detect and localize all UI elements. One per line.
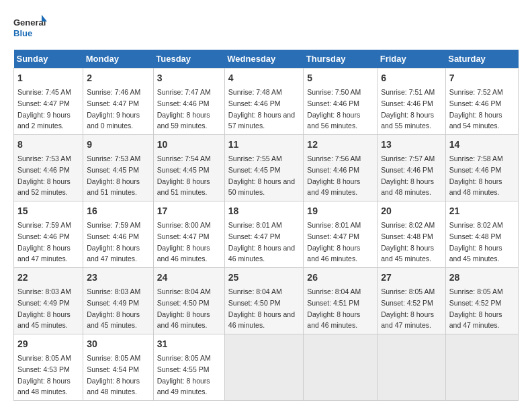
day-number: 7 [449,71,515,85]
day-header-saturday: Saturday [445,50,518,68]
cell-sunrise: Sunrise: 8:03 AMSunset: 4:49 PMDaylight:… [87,287,140,329]
cell-sunrise: Sunrise: 7:59 AMSunset: 4:46 PMDaylight:… [87,221,140,263]
day-number: 28 [449,271,515,285]
calendar-cell [224,334,304,401]
calendar-cell: 18 Sunrise: 8:01 AMSunset: 4:47 PMDaylig… [224,201,304,268]
day-number: 25 [228,271,300,285]
calendar-cell: 4 Sunrise: 7:48 AMSunset: 4:46 PMDayligh… [224,68,304,135]
calendar-cell: 28 Sunrise: 8:05 AMSunset: 4:52 PMDaylig… [445,268,518,334]
cell-sunrise: Sunrise: 7:56 AMSunset: 4:46 PMDaylight:… [307,154,361,196]
calendar-cell [445,334,518,401]
day-number: 24 [157,271,221,285]
day-number: 17 [157,204,221,218]
day-number: 29 [17,337,79,351]
calendar-cell: 23 Sunrise: 8:03 AMSunset: 4:49 PMDaylig… [83,268,154,334]
cell-sunrise: Sunrise: 7:58 AMSunset: 4:46 PMDaylight:… [449,154,503,196]
calendar-cell: 8 Sunrise: 7:53 AMSunset: 4:46 PMDayligh… [14,135,83,201]
cell-sunrise: Sunrise: 8:04 AMSunset: 4:51 PMDaylight:… [307,287,361,329]
cell-sunrise: Sunrise: 8:03 AMSunset: 4:49 PMDaylight:… [17,287,71,329]
cell-sunrise: Sunrise: 7:45 AMSunset: 4:47 PMDaylight:… [17,88,71,130]
day-header-sunday: Sunday [14,50,83,68]
day-number: 18 [228,204,300,218]
day-header-wednesday: Wednesday [224,50,304,68]
calendar-cell: 24 Sunrise: 8:04 AMSunset: 4:50 PMDaylig… [153,268,224,334]
day-number: 22 [17,271,79,285]
calendar-table: SundayMondayTuesdayWednesdayThursdayFrid… [13,50,519,401]
cell-sunrise: Sunrise: 7:53 AMSunset: 4:46 PMDaylight:… [17,154,71,196]
cell-sunrise: Sunrise: 8:05 AMSunset: 4:52 PMDaylight:… [381,287,435,329]
cell-sunrise: Sunrise: 8:02 AMSunset: 4:48 PMDaylight:… [449,221,503,263]
day-number: 19 [307,204,373,218]
calendar-cell: 27 Sunrise: 8:05 AMSunset: 4:52 PMDaylig… [378,268,446,334]
calendar-cell: 3 Sunrise: 7:47 AMSunset: 4:46 PMDayligh… [153,68,224,135]
calendar-cell: 15 Sunrise: 7:59 AMSunset: 4:46 PMDaylig… [14,201,83,268]
cell-sunrise: Sunrise: 7:51 AMSunset: 4:46 PMDaylight:… [381,88,435,130]
day-number: 10 [157,138,221,152]
header: General Blue [13,13,519,43]
cell-sunrise: Sunrise: 8:04 AMSunset: 4:50 PMDaylight:… [228,287,295,329]
calendar-cell: 1 Sunrise: 7:45 AMSunset: 4:47 PMDayligh… [14,68,83,135]
day-number: 11 [228,138,300,152]
day-number: 9 [87,138,150,152]
day-number: 3 [157,71,221,85]
day-number: 14 [449,138,515,152]
cell-sunrise: Sunrise: 8:02 AMSunset: 4:48 PMDaylight:… [381,221,435,263]
cell-sunrise: Sunrise: 7:54 AMSunset: 4:45 PMDaylight:… [157,154,211,196]
cell-sunrise: Sunrise: 8:05 AMSunset: 4:55 PMDaylight:… [157,354,211,396]
calendar-cell: 5 Sunrise: 7:50 AMSunset: 4:46 PMDayligh… [304,68,378,135]
day-number: 23 [87,271,150,285]
day-number: 8 [17,138,79,152]
calendar-cell: 17 Sunrise: 8:00 AMSunset: 4:47 PMDaylig… [153,201,224,268]
cell-sunrise: Sunrise: 8:00 AMSunset: 4:47 PMDaylight:… [157,221,211,263]
cell-sunrise: Sunrise: 7:46 AMSunset: 4:47 PMDaylight:… [87,88,140,130]
calendar-cell: 9 Sunrise: 7:53 AMSunset: 4:45 PMDayligh… [83,135,154,201]
day-number: 5 [307,71,373,85]
calendar-cell: 10 Sunrise: 7:54 AMSunset: 4:45 PMDaylig… [153,135,224,201]
week-row-3: 15 Sunrise: 7:59 AMSunset: 4:46 PMDaylig… [14,201,519,268]
day-header-friday: Friday [378,50,446,68]
calendar-cell [378,334,446,401]
cell-sunrise: Sunrise: 8:01 AMSunset: 4:47 PMDaylight:… [307,221,361,263]
cell-sunrise: Sunrise: 7:48 AMSunset: 4:46 PMDaylight:… [228,88,295,130]
cell-sunrise: Sunrise: 8:01 AMSunset: 4:47 PMDaylight:… [228,221,295,263]
day-number: 30 [87,337,150,351]
cell-sunrise: Sunrise: 8:05 AMSunset: 4:52 PMDaylight:… [449,287,503,329]
day-header-thursday: Thursday [304,50,378,68]
cell-sunrise: Sunrise: 8:05 AMSunset: 4:54 PMDaylight:… [87,354,140,396]
day-number: 27 [381,271,442,285]
day-number: 20 [381,204,442,218]
cell-sunrise: Sunrise: 7:50 AMSunset: 4:46 PMDaylight:… [307,88,361,130]
calendar-cell: 2 Sunrise: 7:46 AMSunset: 4:47 PMDayligh… [83,68,154,135]
calendar-cell: 11 Sunrise: 7:55 AMSunset: 4:45 PMDaylig… [224,135,304,201]
svg-text:Blue: Blue [13,28,32,38]
day-number: 4 [228,71,300,85]
calendar-cell [304,334,378,401]
day-header-monday: Monday [83,50,154,68]
week-row-1: 1 Sunrise: 7:45 AMSunset: 4:47 PMDayligh… [14,68,519,135]
day-number: 13 [381,138,442,152]
logo-svg: General Blue [13,13,47,43]
svg-text:General: General [13,17,46,28]
svg-marker-2 [42,15,47,21]
calendar-cell: 25 Sunrise: 8:04 AMSunset: 4:50 PMDaylig… [224,268,304,334]
calendar-cell: 13 Sunrise: 7:57 AMSunset: 4:46 PMDaylig… [378,135,446,201]
calendar-cell: 21 Sunrise: 8:02 AMSunset: 4:48 PMDaylig… [445,201,518,268]
cell-sunrise: Sunrise: 7:52 AMSunset: 4:46 PMDaylight:… [449,88,503,130]
calendar-cell: 29 Sunrise: 8:05 AMSunset: 4:53 PMDaylig… [14,334,83,401]
week-row-2: 8 Sunrise: 7:53 AMSunset: 4:46 PMDayligh… [14,135,519,201]
calendar-cell: 31 Sunrise: 8:05 AMSunset: 4:55 PMDaylig… [153,334,224,401]
week-row-4: 22 Sunrise: 8:03 AMSunset: 4:49 PMDaylig… [14,268,519,334]
calendar-cell: 14 Sunrise: 7:58 AMSunset: 4:46 PMDaylig… [445,135,518,201]
cell-sunrise: Sunrise: 7:57 AMSunset: 4:46 PMDaylight:… [381,154,435,196]
day-number: 1 [17,71,79,85]
day-number: 6 [381,71,442,85]
day-number: 15 [17,204,79,218]
calendar-cell: 6 Sunrise: 7:51 AMSunset: 4:46 PMDayligh… [378,68,446,135]
cell-sunrise: Sunrise: 7:53 AMSunset: 4:45 PMDaylight:… [87,154,140,196]
cell-sunrise: Sunrise: 7:55 AMSunset: 4:45 PMDaylight:… [228,154,295,196]
calendar-cell: 16 Sunrise: 7:59 AMSunset: 4:46 PMDaylig… [83,201,154,268]
cell-sunrise: Sunrise: 8:04 AMSunset: 4:50 PMDaylight:… [157,287,211,329]
calendar-cell: 30 Sunrise: 8:05 AMSunset: 4:54 PMDaylig… [83,334,154,401]
day-number: 12 [307,138,373,152]
day-header-tuesday: Tuesday [153,50,224,68]
